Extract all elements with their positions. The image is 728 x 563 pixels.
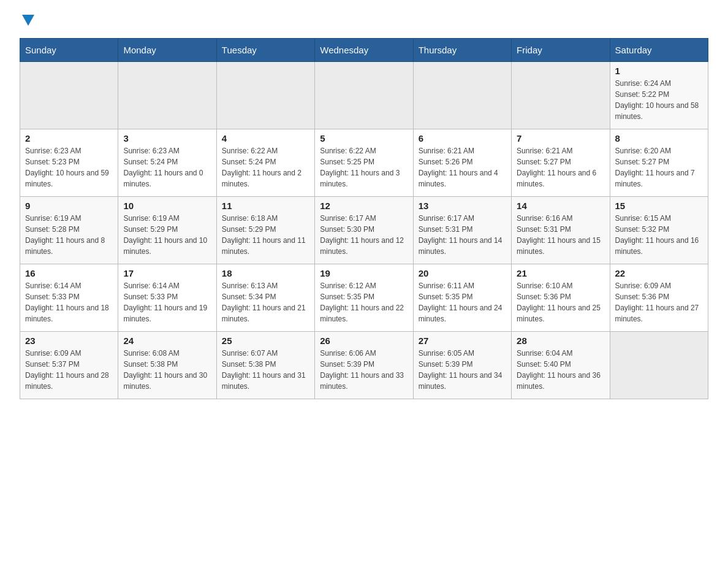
- weekday-header-friday: Friday: [512, 39, 610, 62]
- weekday-header-wednesday: Wednesday: [315, 39, 413, 62]
- calendar-cell: 9Sunrise: 6:19 AM Sunset: 5:28 PM Daylig…: [20, 197, 118, 264]
- day-info: Sunrise: 6:16 AM Sunset: 5:31 PM Dayligh…: [517, 213, 604, 257]
- day-info: Sunrise: 6:09 AM Sunset: 5:37 PM Dayligh…: [25, 348, 113, 392]
- day-info: Sunrise: 6:18 AM Sunset: 5:29 PM Dayligh…: [222, 213, 309, 257]
- day-number: 11: [222, 201, 309, 211]
- calendar-cell: 17Sunrise: 6:14 AM Sunset: 5:33 PM Dayli…: [118, 264, 216, 332]
- day-info: Sunrise: 6:07 AM Sunset: 5:38 PM Dayligh…: [222, 348, 309, 392]
- day-number: 10: [123, 201, 211, 211]
- day-number: 14: [517, 201, 604, 211]
- day-number: 17: [123, 268, 211, 278]
- day-info: Sunrise: 6:23 AM Sunset: 5:24 PM Dayligh…: [123, 145, 211, 190]
- calendar-cell: [610, 332, 708, 399]
- logo: [20, 15, 34, 26]
- calendar-week-row: 1Sunrise: 6:24 AM Sunset: 5:22 PM Daylig…: [20, 62, 708, 129]
- day-info: Sunrise: 6:20 AM Sunset: 5:27 PM Dayligh…: [615, 145, 703, 190]
- calendar-cell: 11Sunrise: 6:18 AM Sunset: 5:29 PM Dayli…: [216, 197, 314, 264]
- calendar-cell: 5Sunrise: 6:22 AM Sunset: 5:25 PM Daylig…: [315, 129, 413, 197]
- day-number: 20: [419, 268, 506, 278]
- calendar-cell: 21Sunrise: 6:10 AM Sunset: 5:36 PM Dayli…: [512, 264, 610, 332]
- day-info: Sunrise: 6:17 AM Sunset: 5:31 PM Dayligh…: [419, 213, 506, 257]
- day-info: Sunrise: 6:10 AM Sunset: 5:36 PM Dayligh…: [517, 280, 604, 324]
- day-number: 19: [320, 268, 408, 278]
- day-number: 13: [419, 201, 506, 211]
- day-info: Sunrise: 6:19 AM Sunset: 5:28 PM Dayligh…: [25, 213, 113, 257]
- day-info: Sunrise: 6:09 AM Sunset: 5:36 PM Dayligh…: [615, 280, 703, 324]
- weekday-header-tuesday: Tuesday: [216, 39, 314, 62]
- calendar-week-row: 9Sunrise: 6:19 AM Sunset: 5:28 PM Daylig…: [20, 197, 708, 264]
- day-number: 9: [25, 201, 113, 211]
- day-number: 25: [222, 335, 309, 346]
- day-info: Sunrise: 6:06 AM Sunset: 5:39 PM Dayligh…: [320, 348, 408, 392]
- calendar-cell: 8Sunrise: 6:20 AM Sunset: 5:27 PM Daylig…: [610, 129, 708, 197]
- calendar-cell: [512, 62, 610, 129]
- calendar-cell: 15Sunrise: 6:15 AM Sunset: 5:32 PM Dayli…: [610, 197, 708, 264]
- calendar-cell: 14Sunrise: 6:16 AM Sunset: 5:31 PM Dayli…: [512, 197, 610, 264]
- day-number: 15: [615, 201, 703, 211]
- day-number: 16: [25, 268, 113, 278]
- calendar-cell: [413, 62, 511, 129]
- day-number: 4: [222, 133, 309, 144]
- calendar-cell: 26Sunrise: 6:06 AM Sunset: 5:39 PM Dayli…: [315, 332, 413, 399]
- calendar-cell: 23Sunrise: 6:09 AM Sunset: 5:37 PM Dayli…: [20, 332, 118, 399]
- calendar-cell: 4Sunrise: 6:22 AM Sunset: 5:24 PM Daylig…: [216, 129, 314, 197]
- day-info: Sunrise: 6:19 AM Sunset: 5:29 PM Dayligh…: [123, 213, 211, 257]
- calendar-cell: 6Sunrise: 6:21 AM Sunset: 5:26 PM Daylig…: [413, 129, 511, 197]
- calendar-cell: 20Sunrise: 6:11 AM Sunset: 5:35 PM Dayli…: [413, 264, 511, 332]
- day-number: 5: [320, 133, 408, 144]
- day-info: Sunrise: 6:12 AM Sunset: 5:35 PM Dayligh…: [320, 280, 408, 324]
- calendar-week-row: 23Sunrise: 6:09 AM Sunset: 5:37 PM Dayli…: [20, 332, 708, 399]
- day-number: 24: [123, 335, 211, 346]
- calendar-cell: 22Sunrise: 6:09 AM Sunset: 5:36 PM Dayli…: [610, 264, 708, 332]
- day-info: Sunrise: 6:05 AM Sunset: 5:39 PM Dayligh…: [419, 348, 506, 392]
- day-info: Sunrise: 6:17 AM Sunset: 5:30 PM Dayligh…: [320, 213, 408, 257]
- day-number: 27: [419, 335, 506, 346]
- calendar-cell: [315, 62, 413, 129]
- weekday-header-sunday: Sunday: [20, 39, 118, 62]
- calendar-cell: 13Sunrise: 6:17 AM Sunset: 5:31 PM Dayli…: [413, 197, 511, 264]
- day-number: 18: [222, 268, 309, 278]
- calendar-cell: 10Sunrise: 6:19 AM Sunset: 5:29 PM Dayli…: [118, 197, 216, 264]
- day-info: Sunrise: 6:21 AM Sunset: 5:26 PM Dayligh…: [419, 145, 506, 190]
- day-info: Sunrise: 6:08 AM Sunset: 5:38 PM Dayligh…: [123, 348, 211, 392]
- calendar-cell: 18Sunrise: 6:13 AM Sunset: 5:34 PM Dayli…: [216, 264, 314, 332]
- day-number: 3: [123, 133, 211, 144]
- calendar-cell: 1Sunrise: 6:24 AM Sunset: 5:22 PM Daylig…: [610, 62, 708, 129]
- calendar-cell: [216, 62, 314, 129]
- calendar-cell: [118, 62, 216, 129]
- calendar-cell: [20, 62, 118, 129]
- calendar-cell: 24Sunrise: 6:08 AM Sunset: 5:38 PM Dayli…: [118, 332, 216, 399]
- day-info: Sunrise: 6:24 AM Sunset: 5:22 PM Dayligh…: [615, 78, 703, 122]
- day-number: 7: [517, 133, 604, 144]
- day-number: 28: [517, 335, 604, 346]
- day-number: 6: [419, 133, 506, 144]
- calendar-cell: 2Sunrise: 6:23 AM Sunset: 5:23 PM Daylig…: [20, 129, 118, 197]
- day-number: 26: [320, 335, 408, 346]
- calendar-cell: 19Sunrise: 6:12 AM Sunset: 5:35 PM Dayli…: [315, 264, 413, 332]
- calendar-week-row: 2Sunrise: 6:23 AM Sunset: 5:23 PM Daylig…: [20, 129, 708, 197]
- weekday-header-row: SundayMondayTuesdayWednesdayThursdayFrid…: [20, 39, 708, 62]
- day-info: Sunrise: 6:15 AM Sunset: 5:32 PM Dayligh…: [615, 213, 703, 257]
- day-info: Sunrise: 6:22 AM Sunset: 5:24 PM Dayligh…: [222, 145, 309, 190]
- weekday-header-saturday: Saturday: [610, 39, 708, 62]
- weekday-header-thursday: Thursday: [413, 39, 511, 62]
- day-number: 2: [25, 133, 113, 144]
- day-info: Sunrise: 6:04 AM Sunset: 5:40 PM Dayligh…: [517, 348, 604, 392]
- weekday-header-monday: Monday: [118, 39, 216, 62]
- day-info: Sunrise: 6:11 AM Sunset: 5:35 PM Dayligh…: [419, 280, 506, 324]
- calendar-cell: 27Sunrise: 6:05 AM Sunset: 5:39 PM Dayli…: [413, 332, 511, 399]
- day-info: Sunrise: 6:21 AM Sunset: 5:27 PM Dayligh…: [517, 145, 604, 190]
- day-number: 21: [517, 268, 604, 278]
- day-info: Sunrise: 6:14 AM Sunset: 5:33 PM Dayligh…: [123, 280, 211, 324]
- day-number: 23: [25, 335, 113, 346]
- calendar-cell: 7Sunrise: 6:21 AM Sunset: 5:27 PM Daylig…: [512, 129, 610, 197]
- logo-triangle-icon: [22, 15, 34, 26]
- page-header: [20, 15, 708, 26]
- day-number: 12: [320, 201, 408, 211]
- day-info: Sunrise: 6:23 AM Sunset: 5:23 PM Dayligh…: [25, 145, 113, 190]
- calendar-cell: 12Sunrise: 6:17 AM Sunset: 5:30 PM Dayli…: [315, 197, 413, 264]
- day-number: 8: [615, 133, 703, 144]
- day-number: 1: [615, 66, 703, 76]
- day-info: Sunrise: 6:22 AM Sunset: 5:25 PM Dayligh…: [320, 145, 408, 190]
- calendar-cell: 16Sunrise: 6:14 AM Sunset: 5:33 PM Dayli…: [20, 264, 118, 332]
